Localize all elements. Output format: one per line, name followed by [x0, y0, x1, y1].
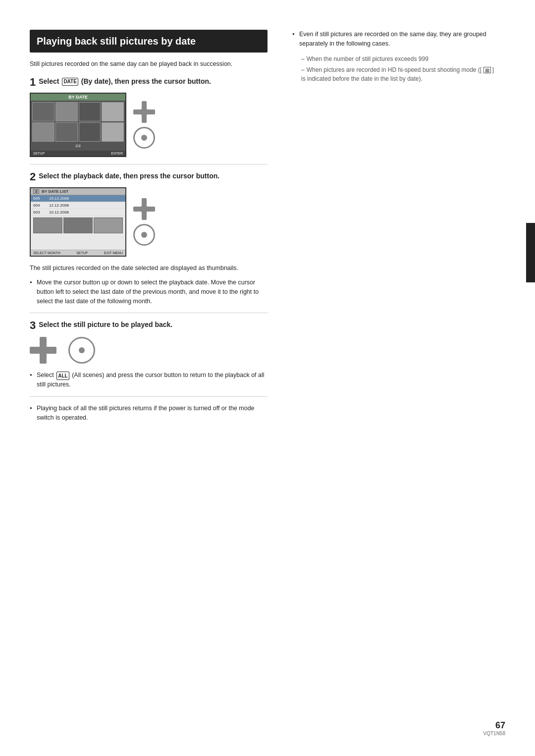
step-1-number: 1 [30, 77, 36, 88]
dpad3-down [40, 354, 47, 364]
section-title-box: Playing back still pictures by date [30, 30, 268, 53]
screen-1-top-bar: BY DATE [31, 94, 125, 101]
divider-3 [30, 396, 268, 397]
step-2-screen-area: ☰ BY DATE LIST 005 15.12.2008 004 12.12.… [30, 187, 268, 257]
dpad-right [147, 109, 155, 114]
step-2-screen: ☰ BY DATE LIST 005 15.12.2008 004 12.12.… [30, 187, 126, 257]
bydate-thumb-2 [63, 217, 93, 233]
dpad3-right [47, 347, 56, 354]
step-2-number: 2 [30, 171, 36, 182]
dpad2-down [142, 212, 147, 220]
bydate-date-3: 10.12.2008 [49, 210, 123, 215]
thumb-4 [102, 102, 124, 121]
divider-1 [30, 164, 268, 164]
step-1-text: Select DATE (By date), then press the cu… [39, 77, 211, 86]
bydate-num-1: 005 [33, 196, 47, 201]
scroll-icon-1 [133, 127, 155, 149]
step-2-bullet-1: Move the cursor button up or down to sel… [30, 278, 268, 306]
dpad2-center [140, 205, 148, 213]
bydate-row-1: 005 15.12.2008 [31, 195, 125, 202]
page-title: Playing back still pictures by date [37, 35, 261, 48]
right-col-bullets: Even if still pictures are recorded on t… [292, 30, 495, 49]
right-column: Even if still pictures are recorded on t… [282, 30, 495, 726]
right-bullet-1: Even if still pictures are recorded on t… [292, 30, 495, 49]
dpad3-center [38, 345, 48, 355]
dpad-down [142, 115, 147, 123]
step-2-description: The still pictures recorded on the date … [30, 264, 268, 273]
bydate-exit: EXIT MENU [104, 251, 123, 255]
screen-1-enter: ENTER [111, 152, 123, 155]
step-3-bullet-1: Select ALL (All scenes) and press the cu… [30, 371, 268, 389]
step-3-bullets: Select ALL (All scenes) and press the cu… [30, 371, 268, 389]
screen-1-bottom-bar: SETUP ENTER [31, 151, 125, 156]
dash-item-1: When the number of still pictures exceed… [292, 54, 495, 63]
step-1-screen: BY DATE 2/2 SETUP ENTER [30, 93, 126, 157]
step-3-bullets-2: Playing back of all the still pictures r… [30, 404, 268, 423]
bydate-date-1: 15.12.2008 [49, 196, 123, 201]
scroll-icon-2 [133, 224, 155, 246]
step-2-text: Select the playback date, then press the… [39, 171, 219, 181]
thumb-7 [79, 122, 101, 142]
dpad-icon-2 [133, 198, 155, 220]
step-2-icons [133, 198, 155, 246]
step-3-icons [30, 337, 268, 364]
bydate-top-bar: ☰ BY DATE LIST [31, 188, 125, 195]
bydate-thumb-3 [94, 217, 123, 233]
step-3-bullet-2: Playing back of all the still pictures r… [30, 404, 268, 423]
screen-1-grid [31, 101, 125, 143]
step-1-icons [133, 101, 155, 149]
divider-2 [30, 313, 268, 313]
bydate-row-2: 004 12.12.2008 [31, 202, 125, 209]
dpad-center [140, 108, 148, 116]
dpad-icon-3 [30, 337, 56, 364]
screen-1-setup: SETUP [33, 152, 45, 155]
step-2-heading: 2 Select the playback date, then press t… [30, 171, 268, 182]
intro-text: Still pictures recorded on the same day … [30, 59, 268, 69]
bydate-select-month: SELECT MONTH [33, 251, 60, 255]
bydate-row-3: 003 10.12.2008 [31, 209, 125, 216]
thumb-5 [32, 122, 54, 142]
scroll-icon-3 [68, 337, 95, 364]
right-sidebar-bar [526, 223, 535, 282]
step-2-bullets: Move the cursor button up or down to sel… [30, 278, 268, 306]
page-number: 67 [483, 720, 505, 731]
step-3-text: Select the still picture to be played ba… [39, 320, 172, 329]
screen-1-page-indicator: 2/2 [31, 143, 125, 149]
left-column: Playing back still pictures by date Stil… [30, 30, 282, 726]
thumb-8 [102, 122, 124, 142]
bydate-thumb-area [31, 216, 125, 235]
step-3-heading: 3 Select the still picture to be played … [30, 320, 268, 331]
bydate-thumb-1 [33, 217, 62, 233]
thumb-2 [55, 102, 78, 121]
dpad2-right [147, 207, 155, 212]
page-container: Playing back still pictures by date Stil… [0, 0, 535, 756]
step-3-number: 3 [30, 320, 36, 331]
bydate-setup: SETUP [76, 251, 88, 255]
page-footer: 67 VQT1N58 [483, 720, 505, 736]
page-code: VQT1N58 [483, 731, 505, 736]
step-1-heading: 1 Select DATE (By date), then press the … [30, 77, 268, 88]
bydate-date-2: 12.12.2008 [49, 203, 123, 208]
bydate-bottom-bar: SELECT MONTH SETUP EXIT MENU [31, 250, 125, 256]
bydate-num-2: 004 [33, 203, 47, 208]
thumb-6 [55, 122, 78, 142]
thumb-1 [32, 102, 54, 121]
thumb-3 [79, 102, 101, 121]
step-1-screen-area: BY DATE 2/2 SETUP ENTER [30, 93, 268, 157]
dash-item-2: When pictures are recorded in HD hi-spee… [292, 65, 495, 83]
bydate-num-3: 003 [33, 210, 47, 215]
dpad-icon-1 [133, 101, 155, 123]
